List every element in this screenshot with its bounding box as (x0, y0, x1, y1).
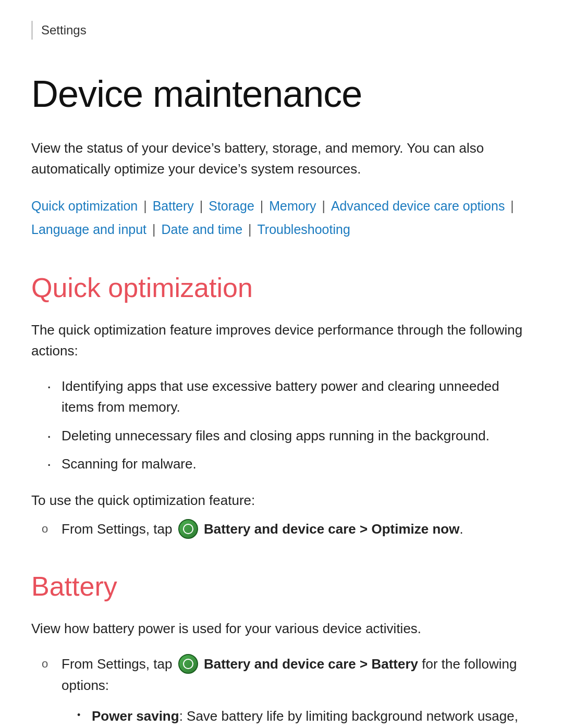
nav-link-memory[interactable]: Memory (269, 199, 316, 213)
nav-link-language[interactable]: Language and input (31, 222, 146, 237)
battery-option-power-saving: Power saving: Save battery life by limit… (77, 706, 532, 728)
battery-steps: From Settings, tap Battery and device ca… (42, 653, 532, 728)
battery-step-prefix: From Settings, tap (62, 656, 176, 672)
quick-optimization-step-label: To use the quick optimization feature: (31, 490, 532, 511)
quick-optimization-desc: The quick optimization feature improves … (31, 319, 532, 362)
step-prefix: From Settings, tap (62, 521, 176, 537)
breadcrumb: Settings (31, 21, 532, 40)
option-term: Power saving (92, 708, 179, 724)
battery-step: From Settings, tap Battery and device ca… (42, 653, 532, 728)
page-title: Device maintenance (31, 66, 532, 122)
battery-care-icon (178, 519, 198, 539)
battery-section: Battery View how battery power is used f… (31, 566, 532, 728)
nav-link-storage[interactable]: Storage (209, 199, 254, 213)
step-suffix: . (459, 521, 463, 537)
quick-optimization-bullets: Identifying apps that use excessive batt… (47, 376, 532, 474)
quick-optimization-title: Quick optimization (31, 267, 532, 308)
quick-optimization-section: Quick optimization The quick optimizatio… (31, 267, 532, 540)
bullet-item: Deleting unnecessary files and closing a… (47, 425, 532, 446)
intro-paragraph: View the status of your device’s battery… (31, 138, 532, 180)
bullet-item: Scanning for malware. (47, 453, 532, 474)
nav-link-battery[interactable]: Battery (153, 199, 194, 213)
quick-optimization-steps: From Settings, tap Battery and device ca… (42, 519, 532, 540)
nav-link-date[interactable]: Date and time (161, 222, 242, 237)
step-bold: Battery and device care > Optimize now (204, 521, 460, 537)
battery-step-bold: Battery and device care > Battery (204, 656, 418, 672)
battery-care-icon-2 (178, 654, 198, 674)
battery-title: Battery (31, 566, 532, 607)
battery-desc: View how battery power is used for your … (31, 618, 532, 639)
nav-link-troubleshooting[interactable]: Troubleshooting (257, 222, 350, 237)
quick-optimization-step: From Settings, tap Battery and device ca… (42, 519, 532, 540)
nav-link-quick-optimization[interactable]: Quick optimization (31, 199, 138, 213)
battery-options: Power saving: Save battery life by limit… (77, 706, 532, 728)
bullet-item: Identifying apps that use excessive batt… (47, 376, 532, 418)
breadcrumb-label: Settings (41, 23, 87, 37)
section-nav: Quick optimization | Battery | Storage |… (31, 194, 532, 241)
nav-link-advanced[interactable]: Advanced device care options (331, 199, 505, 213)
